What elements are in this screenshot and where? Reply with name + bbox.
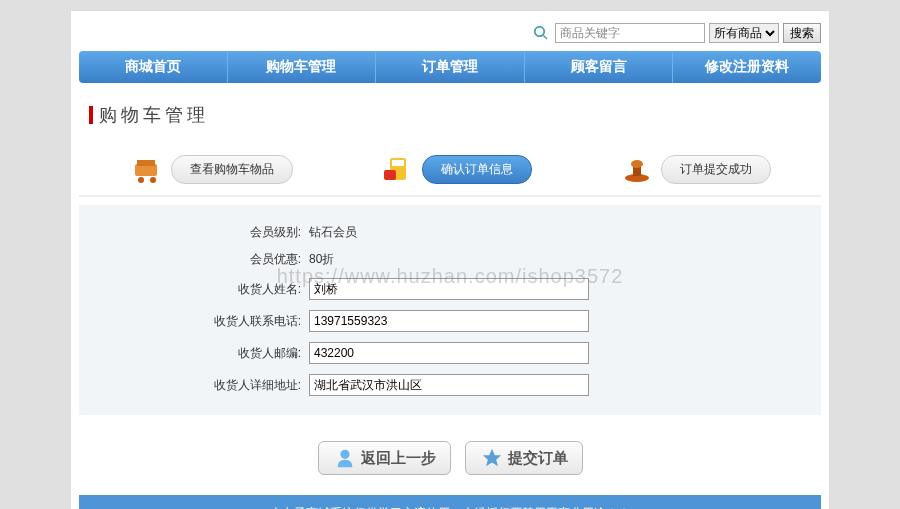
svg-point-5 — [138, 177, 144, 183]
svg-line-1 — [543, 35, 547, 39]
person-icon — [333, 446, 357, 470]
search-bar: 所有商品 搜索 — [79, 19, 821, 51]
svg-point-2 — [534, 26, 545, 37]
value-discount: 80折 — [309, 251, 334, 268]
label-discount: 会员优惠: — [79, 251, 309, 268]
row-phone: 收货人联系电话: — [79, 305, 821, 337]
svg-rect-8 — [392, 160, 404, 166]
nav-messages[interactable]: 顾客留言 — [525, 51, 674, 83]
main-panel: 所有商品 搜索 商城首页 购物车管理 订单管理 顾客留言 修改注册资料 购物车管… — [70, 10, 830, 509]
step-order-done: 订单提交成功 — [619, 153, 771, 185]
svg-point-13 — [340, 450, 349, 459]
star-icon — [480, 446, 504, 470]
label-level: 会员级别: — [79, 224, 309, 241]
svg-rect-4 — [137, 160, 155, 166]
nav-cart[interactable]: 购物车管理 — [228, 51, 377, 83]
label-zip: 收货人邮编: — [79, 345, 309, 362]
stamp-icon — [619, 153, 655, 185]
title-marker-icon — [89, 106, 93, 124]
step-pill-3[interactable]: 订单提交成功 — [661, 155, 771, 184]
action-buttons: 返回上一步 提交订单 — [79, 423, 821, 483]
svg-point-0 — [535, 27, 544, 36]
footer-notice: 本电子商城系统仅供学习交流使用，未经授权严禁用于商业用途！！ — [79, 495, 821, 509]
page-title: 购物车管理 — [89, 103, 821, 127]
step-view-cart: 查看购物车物品 — [129, 153, 293, 185]
search-icon — [531, 23, 551, 43]
name-field[interactable] — [309, 278, 589, 300]
cart-icon — [129, 153, 165, 185]
calculator-icon — [380, 153, 416, 185]
svg-point-12 — [631, 160, 643, 168]
row-name: 收货人姓名: — [79, 273, 821, 305]
label-address: 收货人详细地址: — [79, 377, 309, 394]
nav-orders[interactable]: 订单管理 — [376, 51, 525, 83]
label-phone: 收货人联系电话: — [79, 313, 309, 330]
label-name: 收货人姓名: — [79, 281, 309, 298]
zip-field[interactable] — [309, 342, 589, 364]
row-level: 会员级别: 钻石会员 — [79, 219, 821, 246]
row-discount: 会员优惠: 80折 — [79, 246, 821, 273]
row-zip: 收货人邮编: — [79, 337, 821, 369]
step-pill-1[interactable]: 查看购物车物品 — [171, 155, 293, 184]
value-level: 钻石会员 — [309, 224, 357, 241]
address-field[interactable] — [309, 374, 589, 396]
submit-button-label: 提交订单 — [508, 449, 568, 468]
category-select[interactable]: 所有商品 — [709, 23, 779, 43]
back-button[interactable]: 返回上一步 — [318, 441, 451, 475]
svg-point-6 — [150, 177, 156, 183]
phone-field[interactable] — [309, 310, 589, 332]
step-pill-2[interactable]: 确认订单信息 — [422, 155, 532, 184]
nav-home[interactable]: 商城首页 — [79, 51, 228, 83]
main-nav: 商城首页 购物车管理 订单管理 顾客留言 修改注册资料 — [79, 51, 821, 83]
search-input[interactable] — [555, 23, 705, 43]
nav-profile[interactable]: 修改注册资料 — [673, 51, 821, 83]
order-form: 会员级别: 钻石会员 会员优惠: 80折 收货人姓名: 收货人联系电话: 收货人… — [79, 205, 821, 415]
step-confirm-order: 确认订单信息 — [380, 153, 532, 185]
back-button-label: 返回上一步 — [361, 449, 436, 468]
search-button[interactable]: 搜索 — [783, 23, 821, 43]
row-address: 收货人详细地址: — [79, 369, 821, 401]
steps-bar: 查看购物车物品 确认订单信息 订单提交成功 — [79, 143, 821, 197]
page-title-text: 购物车管理 — [99, 103, 209, 127]
svg-rect-9 — [384, 170, 396, 180]
submit-button[interactable]: 提交订单 — [465, 441, 583, 475]
